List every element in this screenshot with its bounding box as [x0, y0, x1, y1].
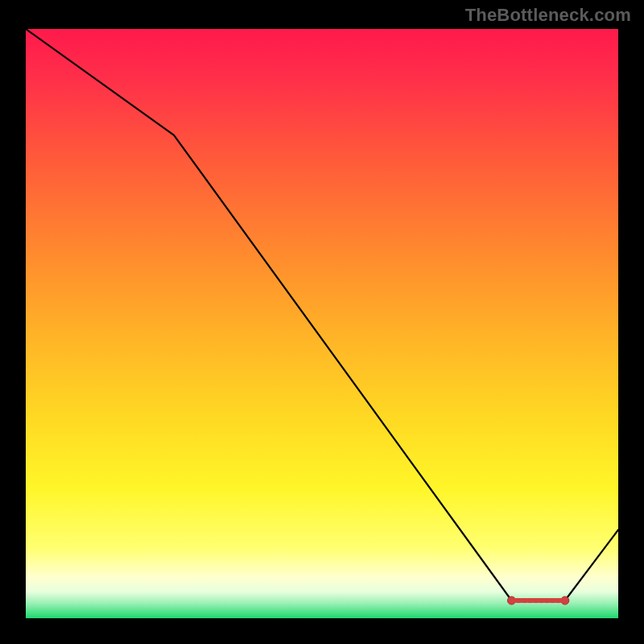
- plot-area: [26, 29, 618, 618]
- gradient-background: [26, 29, 618, 618]
- watermark-text: TheBottleneck.com: [465, 5, 631, 26]
- chart-svg: [26, 29, 618, 618]
- chart-frame: TheBottleneck.com: [0, 0, 644, 644]
